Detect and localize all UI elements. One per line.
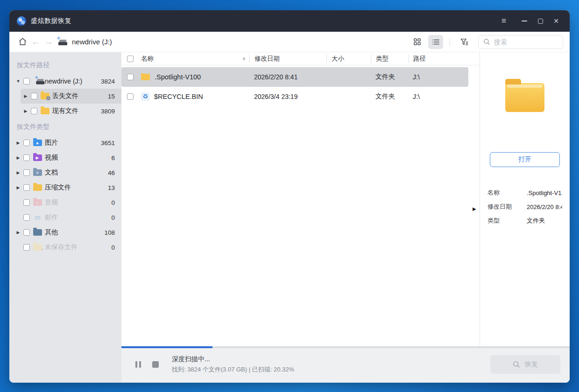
video-folder-icon: ▶ [33,154,42,161]
close-button[interactable]: ✕ [548,14,564,28]
checkbox[interactable] [23,199,30,206]
chevron-right-icon[interactable]: ▶ [14,170,22,175]
status-bar: 深度扫描中... 找到: 3824 个文件(3.07 GB) | 已扫描: 20… [121,346,570,383]
column-label-name: 名称 [141,55,154,63]
list-view-button[interactable] [428,35,443,49]
column-header-type[interactable]: 类型 [371,55,408,63]
sidebar-item-count: 0 [111,244,115,251]
back-button[interactable]: ← [29,35,42,49]
checkbox[interactable] [23,184,30,191]
pause-button[interactable] [135,361,141,368]
chevron-right-icon[interactable]: ▶ [14,230,22,235]
title-bar: 盛炫数据恢复 ≡ ✕ [9,10,570,32]
sidebar-item-压缩文件[interactable]: ▶压缩文件13 [9,180,121,195]
checkbox[interactable] [23,154,30,161]
chevron-right-icon[interactable]: ▶ [14,185,22,190]
minimize-button[interactable] [516,14,532,28]
folder-lost-icon: − [41,93,49,99]
sidebar-item-count: 6 [111,154,115,161]
open-button[interactable]: 打开 [490,152,560,167]
app-window: 盛炫数据恢复 ≡ ✕ ← → ✛ newdrive (J:) [9,10,570,383]
detail-row: 修改日期2026/2/20 8:4 [487,200,562,214]
sidebar-item-图片[interactable]: ▶▲图片3651 [9,135,121,150]
archive-folder-icon [33,184,42,191]
search-input[interactable] [494,38,558,46]
chevron-right-icon[interactable]: ▶ [21,109,30,113]
detail-value: 文件夹 [527,217,545,225]
folder-other-icon [33,229,42,236]
sidebar-item-其他[interactable]: ▶其他108 [9,225,121,240]
stop-button[interactable] [152,361,159,368]
recycle-bin-icon: ♻ [141,92,149,101]
detail-row: 名称.Spotlight-V1.. [487,186,562,200]
folder-icon [41,108,49,114]
toolbar-separator [450,38,450,46]
grid-view-icon [414,38,421,45]
sidebar-item-label: 其他 [45,228,58,237]
checkbox[interactable] [23,214,30,221]
column-header-path[interactable]: 路径 [408,55,480,63]
file-list: 名称 ∧ 修改日期 大小 类型 路径 .Spotlight-V1002026/2… [121,52,480,346]
table-row[interactable]: .Spotlight-V1002026/2/20 8:41文件夹J:\ [121,67,468,87]
table-row[interactable]: ♻$RECYCLE.BIN2026/3/4 23:19文件夹J:\ [121,87,468,106]
sidebar-item-未保存文件[interactable]: ◔未保存文件0 [9,240,121,255]
checkbox[interactable] [23,229,30,236]
sidebar-item-count: 108 [104,229,115,236]
sidebar-item-丢失文件[interactable]: ▶−丢失文件15 [21,89,121,104]
search-box[interactable] [478,35,563,49]
chevron-right-icon[interactable]: ▶ [14,140,22,145]
checkbox[interactable] [127,93,134,100]
panel-collapse-icon[interactable]: ▶ [473,206,476,211]
recover-button-label: 恢复 [525,360,538,369]
sidebar-item-newdrive (J:)[interactable]: ▼✛newdrive (J:)3824 [9,74,121,89]
breadcrumb-location: newdrive (J:) [72,38,112,46]
chevron-right-icon[interactable]: ▶ [21,94,30,98]
scan-status-detail: 找到: 3824 个文件(3.07 GB) | 已扫描: 20.32% [172,365,294,374]
sidebar-item-文档[interactable]: ▶≡文档46 [9,165,121,180]
filter-button[interactable] [457,35,472,49]
grid-view-button[interactable] [410,35,424,49]
cell-type: 文件夹 [371,73,408,81]
checkbox[interactable] [127,74,134,80]
sidebar-item-count: 0 [111,214,115,221]
mail-icon: ✉ [33,214,42,221]
checkbox[interactable] [23,140,30,146]
detail-label: 修改日期 [487,203,527,211]
folder-audio-icon: ♪ [33,199,42,206]
sort-ascending-icon[interactable]: ∧ [242,55,246,63]
maximize-button[interactable] [532,14,548,28]
checkbox[interactable] [31,93,37,99]
column-header-name[interactable]: 名称 ∧ [121,55,249,63]
file-name: $RECYCLE.BIN [154,93,203,100]
drive-icon: ✛ [33,77,42,85]
cell-path: J:\ [408,93,468,100]
select-all-checkbox[interactable] [127,56,134,62]
sidebar-item-label: 视频 [45,154,58,162]
preview-folder-icon [505,83,544,112]
scan-status-title: 深度扫描中... [172,355,294,364]
chevron-right-icon[interactable]: ▶ [14,155,22,160]
checkbox[interactable] [23,244,30,251]
sidebar-section-label: 按文件类型 [9,119,121,135]
checkbox[interactable] [23,169,30,176]
sidebar-item-现有文件[interactable]: ▶现有文件3809 [9,104,121,119]
checkbox[interactable] [23,78,30,84]
checkbox[interactable] [31,108,37,114]
menu-icon[interactable]: ≡ [496,14,512,28]
column-header-modified[interactable]: 修改日期 [249,55,326,63]
sidebar-item-label: 邮件 [45,213,58,222]
scan-status: 深度扫描中... 找到: 3824 个文件(3.07 GB) | 已扫描: 20… [172,355,294,374]
sidebar-section-label: 按文件路径 [9,57,121,74]
column-header-size[interactable]: 大小 [326,55,371,63]
forward-button[interactable]: → [42,35,55,49]
sidebar-item-视频[interactable]: ▶▶视频6 [9,150,121,165]
home-button[interactable] [16,35,29,49]
cell-path: J:\ [408,73,468,81]
detail-value: .Spotlight-V1.. [527,189,562,196]
recover-button[interactable]: 恢复 [490,355,560,374]
sidebar-item-音频[interactable]: ♪音频0 [9,195,121,210]
sidebar-item-邮件[interactable]: ✉邮件0 [9,210,121,225]
chevron-down-icon[interactable]: ▼ [14,79,22,84]
drive-icon: ✛ [35,77,42,84]
sidebar-item-count: 3651 [101,140,115,147]
